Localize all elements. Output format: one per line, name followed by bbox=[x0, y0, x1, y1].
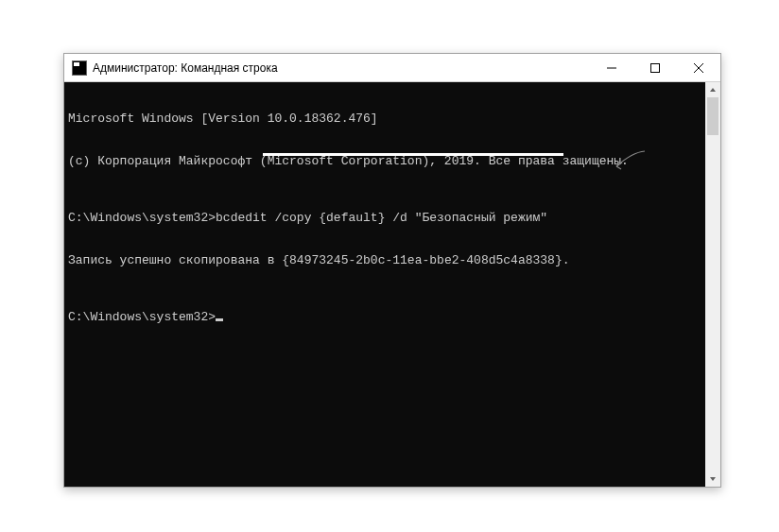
guid-underline-annotation bbox=[263, 153, 563, 156]
version-line: Microsoft Windows [Version 10.0.18362.47… bbox=[68, 112, 717, 126]
command-line-2: C:\Windows\system32> bbox=[68, 310, 717, 324]
cmd-icon bbox=[72, 60, 87, 76]
cursor bbox=[216, 318, 223, 321]
close-button[interactable] bbox=[677, 54, 720, 81]
svg-rect-1 bbox=[651, 63, 660, 72]
minimize-button[interactable] bbox=[590, 54, 633, 81]
prompt-1: C:\Windows\system32> bbox=[68, 211, 216, 225]
copyright-line: (c) Корпорация Майкрософт (Microsoft Cor… bbox=[68, 154, 717, 168]
terminal-output[interactable]: Microsoft Windows [Version 10.0.18362.47… bbox=[64, 82, 720, 487]
prompt-2: C:\Windows\system32> bbox=[68, 310, 216, 324]
vertical-scrollbar[interactable] bbox=[705, 82, 720, 487]
response-prefix: Запись успешно скопирована в bbox=[68, 253, 282, 267]
maximize-button[interactable] bbox=[633, 54, 677, 81]
command-prompt-window: Администратор: Командная строка Microsof… bbox=[63, 53, 721, 488]
scrollbar-thumb[interactable] bbox=[707, 97, 718, 135]
command-1: bcdedit /copy {default} /d "Безопасный р… bbox=[216, 211, 547, 225]
response-line: Запись успешно скопирована в {84973245-2… bbox=[68, 253, 717, 267]
window-controls bbox=[590, 54, 720, 81]
command-line-1: C:\Windows\system32>bcdedit /copy {defau… bbox=[68, 211, 717, 225]
scroll-down-button[interactable] bbox=[705, 472, 720, 487]
response-suffix: . bbox=[563, 253, 570, 267]
titlebar[interactable]: Администратор: Командная строка bbox=[64, 54, 720, 82]
window-title: Администратор: Командная строка bbox=[93, 61, 590, 75]
scroll-up-button[interactable] bbox=[705, 82, 720, 97]
response-guid: {84973245-2b0c-11ea-bbe2-408d5c4a8338} bbox=[282, 253, 562, 267]
